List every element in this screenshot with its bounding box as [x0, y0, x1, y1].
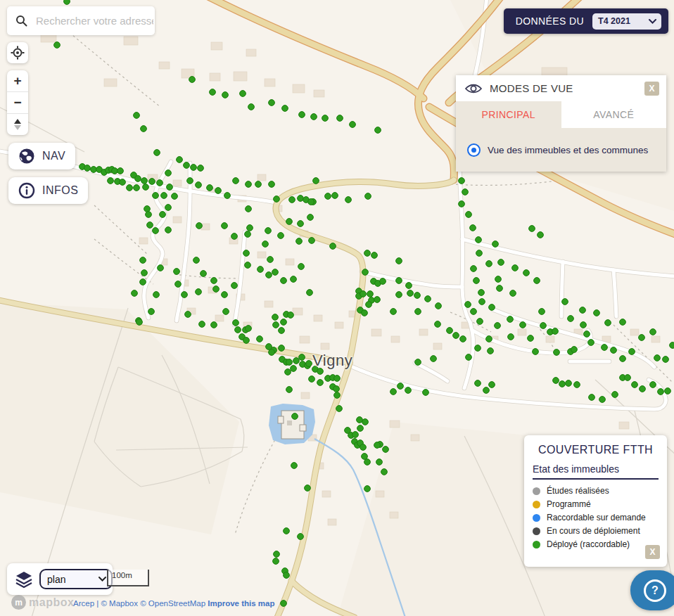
deployed-building-dot[interactable]	[611, 347, 617, 354]
deployed-building-dot[interactable]	[182, 292, 188, 298]
deployed-building-dot[interactable]	[553, 378, 559, 384]
deployed-building-dot[interactable]	[539, 309, 545, 315]
deployed-building-dot[interactable]	[292, 413, 298, 420]
deployed-building-dot[interactable]	[375, 127, 381, 134]
deployed-building-dot[interactable]	[285, 369, 291, 376]
deployed-building-dot[interactable]	[478, 290, 485, 296]
deployed-building-dot[interactable]	[540, 323, 547, 329]
deployed-building-dot[interactable]	[533, 349, 539, 355]
deployed-building-dot[interactable]	[334, 392, 341, 399]
deployed-building-dot[interactable]	[274, 196, 280, 203]
deployed-building-dot[interactable]	[599, 397, 606, 403]
deployed-building-dot[interactable]	[562, 299, 568, 305]
deployed-building-dot[interactable]	[510, 290, 516, 297]
deployed-building-dot[interactable]	[189, 77, 196, 83]
deployed-building-dot[interactable]	[141, 178, 148, 184]
deployed-building-dot[interactable]	[528, 335, 534, 342]
deployed-building-dot[interactable]	[299, 112, 305, 118]
deployed-building-dot[interactable]	[298, 264, 305, 270]
deployed-building-dot[interactable]	[374, 442, 381, 449]
deployed-building-dot[interactable]	[108, 178, 114, 184]
deployed-building-dot[interactable]	[465, 302, 471, 308]
deployed-building-dot[interactable]	[471, 266, 477, 272]
deployed-building-dot[interactable]	[196, 289, 202, 295]
deployed-building-dot[interactable]	[380, 278, 386, 285]
deployed-building-dot[interactable]	[135, 176, 141, 182]
deployed-building-dot[interactable]	[248, 104, 255, 110]
deployed-building-dot[interactable]	[146, 212, 152, 218]
search-input[interactable]	[34, 14, 155, 27]
deployed-building-dot[interactable]	[605, 320, 611, 326]
deployed-building-dot[interactable]	[374, 297, 381, 303]
deployed-building-dot[interactable]	[165, 170, 172, 177]
deployed-building-dot[interactable]	[154, 150, 160, 156]
deployed-building-dot[interactable]	[580, 322, 587, 328]
deployed-building-dot[interactable]	[498, 259, 504, 266]
deployed-building-dot[interactable]	[284, 528, 290, 534]
deployed-building-dot[interactable]	[233, 320, 239, 326]
deployed-building-dot[interactable]	[334, 376, 341, 382]
deployed-building-dot[interactable]	[460, 336, 466, 342]
deployed-building-dot[interactable]	[406, 283, 412, 289]
deployed-building-dot[interactable]	[479, 299, 485, 305]
deployed-building-dot[interactable]	[447, 328, 453, 334]
deployed-building-dot[interactable]	[245, 231, 251, 238]
deployed-building-dot[interactable]	[365, 193, 371, 200]
deployed-building-dot[interactable]	[64, 0, 70, 4]
deployed-building-dot[interactable]	[211, 278, 217, 284]
pitch-toggle-button[interactable]	[7, 114, 28, 135]
deployed-building-dot[interactable]	[639, 335, 645, 341]
deployed-building-dot[interactable]	[223, 309, 229, 315]
deployed-building-dot[interactable]	[196, 182, 202, 188]
deployed-building-dot[interactable]	[269, 349, 275, 356]
deployed-building-dot[interactable]	[362, 269, 369, 276]
deployed-building-dot[interactable]	[665, 388, 671, 394]
deployed-building-dot[interactable]	[161, 193, 167, 199]
deployed-building-dot[interactable]	[371, 252, 378, 259]
deployed-building-dot[interactable]	[453, 333, 459, 339]
deployed-building-dot[interactable]	[415, 359, 421, 366]
deployed-building-dot[interactable]	[84, 165, 91, 172]
deployed-building-dot[interactable]	[309, 238, 315, 244]
deployed-building-dot[interactable]	[364, 459, 371, 466]
deployed-building-dot[interactable]	[120, 179, 126, 186]
view-option-radio[interactable]	[467, 143, 481, 157]
deployed-building-dot[interactable]	[414, 293, 421, 299]
deployed-building-dot[interactable]	[589, 394, 595, 401]
attribution-text[interactable]: Arcep | © Mapbox © OpenStreetMap	[73, 599, 205, 608]
deployed-building-dot[interactable]	[364, 250, 371, 257]
mapbox-logo[interactable]: m mapbox	[11, 595, 74, 610]
deployed-building-dot[interactable]	[141, 126, 147, 132]
deployed-building-dot[interactable]	[471, 309, 477, 315]
deployed-building-dot[interactable]	[215, 188, 222, 194]
deployed-building-dot[interactable]	[291, 276, 297, 283]
deployed-building-dot[interactable]	[307, 290, 313, 296]
deployed-building-dot[interactable]	[308, 199, 314, 205]
deployed-building-dot[interactable]	[134, 185, 140, 191]
deployed-building-dot[interactable]	[257, 336, 263, 342]
deployed-building-dot[interactable]	[625, 375, 631, 381]
deployed-building-dot[interactable]	[298, 534, 304, 540]
deployed-building-dot[interactable]	[486, 261, 492, 267]
deployed-building-dot[interactable]	[255, 181, 262, 188]
deployed-building-dot[interactable]	[350, 122, 356, 128]
deployed-building-dot[interactable]	[566, 380, 572, 387]
deployed-building-dot[interactable]	[293, 358, 300, 364]
deployed-building-dot[interactable]	[435, 303, 442, 309]
deployed-building-dot[interactable]	[407, 290, 414, 297]
deployed-building-dot[interactable]	[473, 278, 480, 284]
deployed-building-dot[interactable]	[136, 319, 143, 326]
deployed-building-dot[interactable]	[476, 250, 483, 257]
deployed-building-dot[interactable]	[298, 195, 304, 202]
deployed-building-dot[interactable]	[210, 89, 216, 96]
deployed-building-dot[interactable]	[390, 389, 397, 395]
deployed-building-dot[interactable]	[272, 314, 279, 321]
deployed-building-dot[interactable]	[366, 302, 372, 308]
deployed-building-dot[interactable]	[231, 233, 238, 240]
deployed-building-dot[interactable]	[470, 225, 476, 231]
deployed-building-dot[interactable]	[559, 381, 566, 387]
map-attribution[interactable]: Arcep | © Mapbox © OpenStreetMap Improve…	[73, 599, 274, 608]
deployed-building-dot[interactable]	[663, 357, 669, 363]
deployed-building-dot[interactable]	[147, 222, 153, 229]
deployed-building-dot[interactable]	[144, 206, 151, 212]
